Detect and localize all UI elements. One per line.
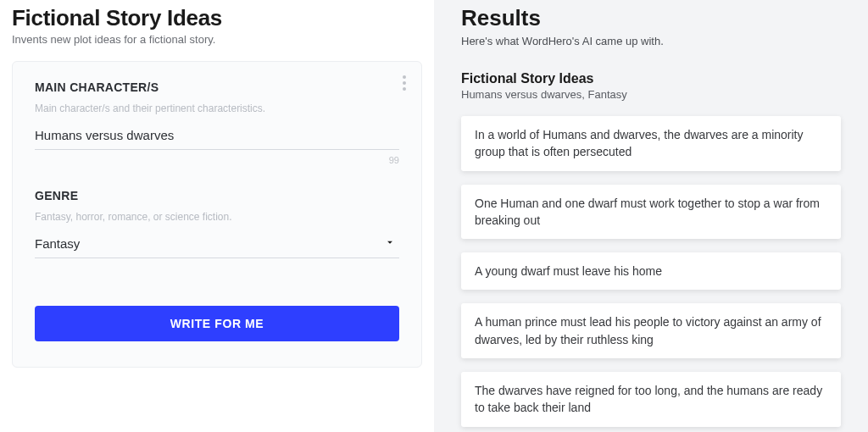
write-for-me-button[interactable]: WRITE FOR ME [35, 306, 399, 341]
character-count: 99 [35, 155, 399, 165]
input-card: MAIN CHARACTER/S Main character/s and th… [12, 61, 422, 368]
genre-select-wrap [35, 233, 399, 258]
results-title: Results [461, 5, 841, 31]
result-item[interactable]: A young dwarf must leave his home [461, 252, 841, 290]
result-item[interactable]: One Human and one dwarf must work togeth… [461, 185, 841, 240]
result-item[interactable]: The dwarves have reigned for too long, a… [461, 372, 841, 427]
genre-label: GENRE [35, 189, 399, 202]
result-item[interactable]: In a world of Humans and dwarves, the dw… [461, 116, 841, 171]
genre-select[interactable] [35, 233, 399, 258]
main-character-hint: Main character/s and their pertinent cha… [35, 102, 399, 114]
main-character-label: MAIN CHARACTER/S [35, 80, 399, 94]
results-block-title: Fictional Story Ideas [461, 71, 841, 86]
results-block-subtitle: Humans versus dwarves, Fantasy [461, 88, 841, 101]
main-character-input[interactable] [35, 125, 399, 150]
form-panel: Fictional Story Ideas Invents new plot i… [0, 0, 434, 432]
kebab-menu-icon[interactable] [399, 72, 409, 94]
genre-hint: Fantasy, horror, romance, or science fic… [35, 211, 399, 223]
page-subtitle: Invents new plot ideas for a fictional s… [12, 33, 422, 46]
result-item[interactable]: A human prince must lead his people to v… [461, 303, 841, 358]
page-title: Fictional Story Ideas [12, 5, 422, 31]
results-subtitle: Here's what WordHero's AI came up with. [461, 35, 841, 47]
results-panel: Results Here's what WordHero's AI came u… [434, 0, 868, 432]
